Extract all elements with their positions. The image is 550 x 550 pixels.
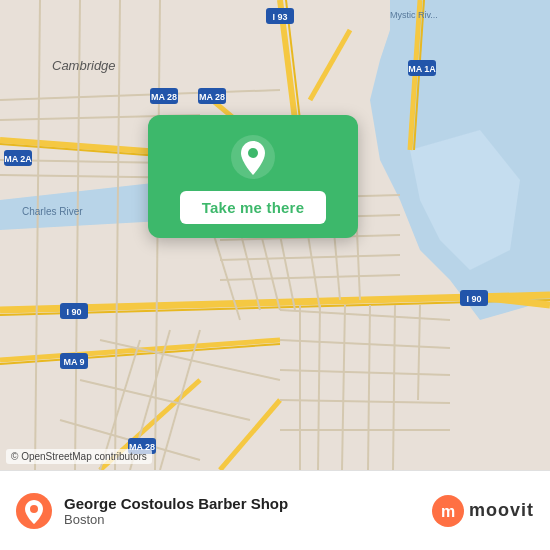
place-marker-icon bbox=[16, 493, 52, 529]
popup-card: Take me there bbox=[148, 115, 358, 238]
map-container: I 93 MA 28 MA 2A MA 28 MA 1A I 90 I 90 M… bbox=[0, 0, 550, 470]
svg-text:MA 28: MA 28 bbox=[199, 92, 225, 102]
svg-text:Mystic Riv...: Mystic Riv... bbox=[390, 10, 438, 20]
moovit-logo: m moovit bbox=[432, 495, 534, 527]
svg-text:MA 28: MA 28 bbox=[151, 92, 177, 102]
place-city: Boston bbox=[64, 512, 288, 527]
moovit-text: moovit bbox=[469, 500, 534, 521]
svg-text:Cambridge: Cambridge bbox=[52, 58, 116, 73]
svg-text:MA 9: MA 9 bbox=[63, 357, 84, 367]
svg-point-83 bbox=[30, 505, 38, 513]
place-name: George Costoulos Barber Shop bbox=[64, 495, 288, 512]
moovit-icon: m bbox=[432, 495, 464, 527]
svg-text:Charles River: Charles River bbox=[22, 206, 83, 217]
svg-text:I 90: I 90 bbox=[66, 307, 81, 317]
location-pin-icon bbox=[229, 133, 277, 181]
osm-attribution: © OpenStreetMap contributors bbox=[6, 449, 152, 464]
place-info: George Costoulos Barber Shop Boston bbox=[64, 495, 288, 527]
take-me-there-button[interactable]: Take me there bbox=[180, 191, 326, 224]
svg-text:m: m bbox=[441, 503, 455, 520]
svg-text:MA 1A: MA 1A bbox=[408, 64, 436, 74]
svg-point-81 bbox=[248, 148, 258, 158]
svg-text:I 93: I 93 bbox=[272, 12, 287, 22]
svg-text:MA 2A: MA 2A bbox=[4, 154, 32, 164]
svg-text:I 90: I 90 bbox=[466, 294, 481, 304]
bottom-bar: George Costoulos Barber Shop Boston m mo… bbox=[0, 470, 550, 550]
